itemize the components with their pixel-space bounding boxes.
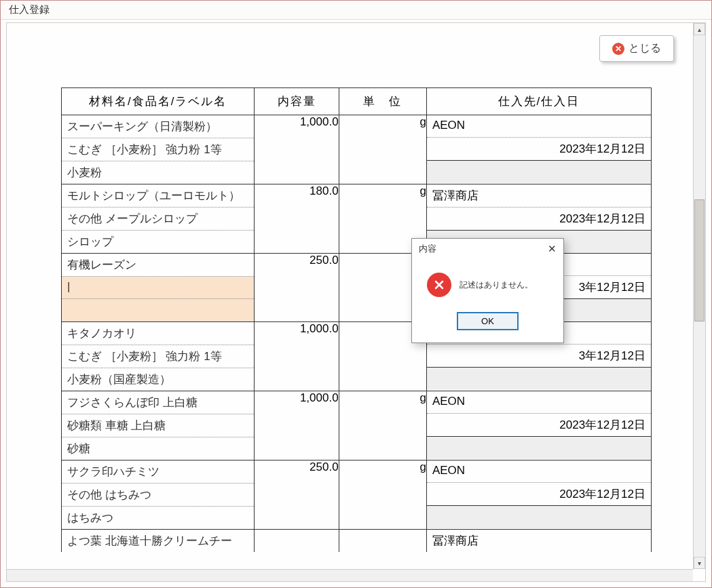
- ok-button[interactable]: OK: [457, 312, 519, 330]
- amount-cell[interactable]: 180.0: [255, 184, 339, 254]
- amount-cell[interactable]: 1,000.0: [255, 391, 339, 460]
- name-cell[interactable]: スーパーキング（日清製粉） こむぎ ［小麦粉］ 強力粉 1等 小麦粉: [62, 115, 255, 184]
- unit-cell[interactable]: g: [339, 391, 426, 460]
- label-name: 小麦粉（国産製造）: [62, 368, 254, 391]
- header-name: 材料名/食品名/ラベル名: [62, 88, 255, 115]
- supplier-cell[interactable]: 冨澤商店: [426, 530, 651, 553]
- supplier-spacer: [427, 368, 651, 390]
- scrollbar-thumb[interactable]: [694, 199, 705, 321]
- label-name: 砂糖: [62, 437, 254, 460]
- name-cell[interactable]: よつ葉 北海道十勝クリームチー: [62, 530, 255, 553]
- food-name: 砂糖類 車糖 上白糖: [62, 414, 254, 437]
- table-row: よつ葉 北海道十勝クリームチー 冨澤商店: [62, 530, 652, 553]
- header-unit: 単 位: [339, 88, 426, 115]
- food-name: こむぎ ［小麦粉］ 強力粉 1等: [62, 138, 254, 161]
- amount-cell[interactable]: 1,000.0: [255, 115, 339, 184]
- close-button-label: とじる: [629, 41, 661, 56]
- supply-date: 2023年12月12日: [427, 208, 651, 231]
- label-name: 小麦粉: [62, 161, 254, 184]
- amount-cell[interactable]: 1,000.0: [255, 322, 339, 391]
- scroll-content: ✕ とじる 材料名/食品名/ラベル名 内容量 単 位 仕入先/仕入日: [7, 23, 693, 569]
- supplier-name: 冨澤商店: [427, 530, 651, 552]
- table-row: スーパーキング（日清製粉） こむぎ ［小麦粉］ 強力粉 1等 小麦粉 1,000…: [62, 115, 652, 184]
- supplier-name: AEON: [427, 460, 651, 483]
- supplier-cell[interactable]: AEON 2023年12月12日: [426, 460, 651, 530]
- amount-cell[interactable]: 250.0: [255, 254, 339, 322]
- material-name: フジさくらんぼ印 上白糖: [62, 391, 254, 414]
- material-name: 有機レーズン: [62, 254, 254, 277]
- scroll-up-arrow-icon[interactable]: ▴: [694, 23, 705, 35]
- supply-date: 3年12月12日: [427, 345, 651, 368]
- window-title: 仕入登録: [1, 1, 711, 20]
- name-cell[interactable]: モルトシロップ（ユーロモルト） その他 メープルシロップ シロップ: [62, 184, 255, 254]
- amount-cell[interactable]: [255, 530, 339, 553]
- app-window: 仕入登録 ✕ とじる 材料名/食品名/ラベル名 内容量 単 位 仕入先/仕入日: [0, 0, 712, 588]
- dialog-body: 記述はありません。: [412, 259, 563, 304]
- supplier-name: AEON: [427, 391, 651, 414]
- supplier-spacer: [427, 437, 651, 459]
- unit-cell[interactable]: g: [339, 115, 426, 184]
- error-icon: [427, 273, 451, 297]
- food-name: その他 はちみつ: [62, 484, 254, 507]
- dialog-title-text: 内容: [419, 243, 436, 255]
- name-cell[interactable]: サクラ印ハチミツ その他 はちみつ はちみつ: [62, 460, 255, 530]
- horizontal-scrollbar[interactable]: [7, 569, 693, 581]
- material-name: スーパーキング（日清製粉）: [62, 115, 254, 138]
- dialog-message: 記述はありません。: [460, 279, 533, 291]
- food-name: こむぎ ［小麦粉］ 強力粉 1等: [62, 345, 254, 368]
- supplier-cell[interactable]: AEON 2023年12月12日: [426, 391, 651, 460]
- dialog-close-icon[interactable]: ✕: [548, 243, 557, 255]
- material-name: モルトシロップ（ユーロモルト）: [62, 184, 254, 208]
- supplier-name: AEON: [427, 115, 651, 138]
- vertical-scrollbar[interactable]: ▴ ▾: [693, 23, 705, 569]
- supplier-spacer: [427, 506, 651, 528]
- name-cell[interactable]: キタノカオリ こむぎ ［小麦粉］ 強力粉 1等 小麦粉（国産製造）: [62, 322, 255, 391]
- material-name: キタノカオリ: [62, 322, 254, 345]
- unit-cell[interactable]: g: [339, 460, 426, 530]
- dialog-footer: OK: [412, 304, 563, 342]
- material-name: よつ葉 北海道十勝クリームチー: [62, 530, 254, 552]
- name-cell[interactable]: 有機レーズン |: [62, 254, 255, 322]
- header-supplier: 仕入先/仕入日: [426, 88, 651, 115]
- supply-date: 2023年12月12日: [427, 138, 651, 161]
- label-name: はちみつ: [62, 507, 254, 529]
- unit-cell[interactable]: [339, 530, 426, 553]
- content-area: ✕ とじる 材料名/食品名/ラベル名 内容量 単 位 仕入先/仕入日: [6, 22, 706, 582]
- table-header-row: 材料名/食品名/ラベル名 内容量 単 位 仕入先/仕入日: [62, 88, 652, 115]
- food-name: その他 メープルシロップ: [62, 208, 254, 231]
- supply-date: 2023年12月12日: [427, 414, 651, 437]
- supplier-name: 冨澤商店: [427, 184, 651, 208]
- supplier-cell[interactable]: AEON 2023年12月12日: [426, 115, 651, 184]
- message-dialog: 内容 ✕ 記述はありません。 OK: [411, 238, 564, 343]
- close-icon: ✕: [612, 43, 624, 55]
- scroll-down-arrow-icon[interactable]: ▾: [694, 557, 705, 569]
- label-name: シロップ: [62, 231, 254, 253]
- close-button[interactable]: ✕ とじる: [599, 35, 674, 62]
- material-name: サクラ印ハチミツ: [62, 460, 254, 484]
- amount-cell[interactable]: 250.0: [255, 460, 339, 530]
- dialog-titlebar: 内容 ✕: [412, 239, 563, 259]
- header-amount: 内容量: [255, 88, 339, 115]
- supply-date: 2023年12月12日: [427, 483, 651, 506]
- food-name: |: [62, 277, 254, 299]
- supplier-spacer: [427, 161, 651, 183]
- name-cell[interactable]: フジさくらんぼ印 上白糖 砂糖類 車糖 上白糖 砂糖: [62, 391, 255, 460]
- label-name: [62, 299, 254, 321]
- table-row: フジさくらんぼ印 上白糖 砂糖類 車糖 上白糖 砂糖 1,000.0 g AEO…: [62, 391, 652, 460]
- table-row: サクラ印ハチミツ その他 はちみつ はちみつ 250.0 g AEON 2023…: [62, 460, 652, 530]
